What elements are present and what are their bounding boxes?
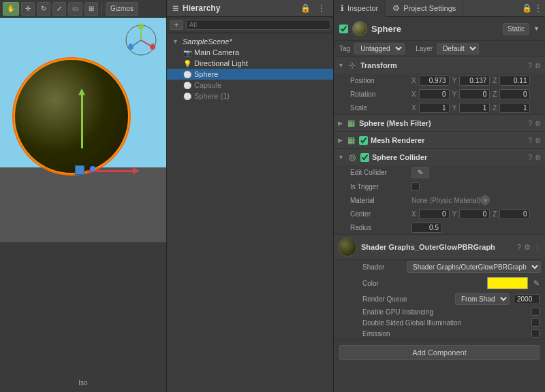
object-header: Sphere Static ▼	[334, 17, 545, 41]
inspector-more-btn[interactable]: ⋮	[534, 3, 542, 13]
collider-material-row: Material None (Physic Material) ⊙	[334, 193, 545, 207]
shader-help-btn[interactable]: ?	[517, 243, 521, 252]
shader-header[interactable]: Shader Graphs_OuterGlowPBRGraph ? ⚙ ⋮	[334, 235, 545, 260]
shader-actions: ? ⚙ ⋮	[517, 243, 541, 252]
rot-x-input[interactable]	[419, 89, 450, 99]
transform-header[interactable]: ▼ ⊹ Transform ? ⚙	[334, 57, 545, 74]
scene-sphere-object[interactable]	[14, 59, 129, 174]
tag-layer-row: Tag Untagged Layer Default	[334, 41, 545, 57]
rect-tool-btn[interactable]: ▭	[68, 2, 82, 16]
inspector-content: Sphere Static ▼ Tag Untagged Layer Defau…	[334, 17, 545, 392]
mesh-renderer-icon: ▦	[345, 135, 356, 146]
shader-dropdown[interactable]: Shader Graphs/OuterGlowPBRGraph	[407, 261, 541, 273]
gpu-instancing-checkbox[interactable]	[531, 308, 540, 316]
pos-z-input[interactable]	[499, 76, 530, 86]
is-trigger-checkbox[interactable]	[411, 182, 420, 191]
mesh-filter-component: ▶ ▦ Sphere (Mesh Filter) ? ⚙	[334, 115, 545, 132]
hierarchy-item-main-camera[interactable]: 📷 Main Camera	[167, 47, 333, 58]
move-tool-btn[interactable]: ✛	[21, 2, 35, 16]
rotation-values: X Y Z	[411, 89, 540, 99]
hand-tool-btn[interactable]: ✋	[3, 2, 19, 16]
layer-select[interactable]: Default	[437, 43, 479, 54]
inspector-lock-btn[interactable]: 🔒	[522, 3, 532, 13]
position-values: X Y Z	[411, 76, 540, 86]
mesh-renderer-header[interactable]: ▶ ▦ Mesh Renderer ? ⚙	[334, 132, 545, 148]
shader-more-btn[interactable]: ⋮	[533, 243, 541, 252]
hierarchy-search-input[interactable]	[186, 20, 330, 30]
svg-text:Z: Z	[129, 42, 132, 47]
center-x-input[interactable]	[419, 209, 450, 219]
rot-y-input[interactable]	[459, 89, 490, 99]
shader-sphere-icon	[338, 238, 357, 257]
center-z-input[interactable]	[499, 209, 530, 219]
rot-z-label: Z	[493, 91, 497, 98]
object-enable-checkbox[interactable]	[339, 24, 348, 33]
center-y-input[interactable]	[459, 209, 490, 219]
center-x-label: X	[411, 210, 416, 218]
rotate-tool-btn[interactable]: ↻	[37, 2, 50, 16]
transform-tool-btn[interactable]: ⊞	[84, 2, 98, 16]
color-edit-btn[interactable]: ✎	[533, 279, 540, 288]
scale-x-input[interactable]	[419, 103, 450, 113]
sphere-collider-header[interactable]: ▼ ◎ Sphere Collider ? ⚙	[334, 149, 545, 165]
scale-x-label: X	[411, 104, 416, 112]
pos-x-input[interactable]	[419, 76, 450, 86]
render-queue-value-input[interactable]	[514, 294, 540, 304]
shader-label: Shader	[362, 263, 407, 271]
center-y-label: Y	[452, 210, 457, 218]
hierarchy-item-directional-light[interactable]: 💡 Directional Light	[167, 58, 333, 69]
hierarchy-item-label: Directional Light	[194, 59, 248, 67]
mesh-renderer-enable-checkbox[interactable]	[359, 136, 368, 145]
collider-radius-input[interactable]	[411, 223, 442, 233]
hierarchy-item-sphere[interactable]: ⚪ Sphere	[167, 69, 333, 80]
shader-settings-btn[interactable]: ⚙	[524, 243, 531, 252]
inspector-tab-label: Inspector	[347, 4, 378, 12]
double-sided-checkbox[interactable]	[531, 318, 540, 327]
color-swatch[interactable]	[487, 277, 528, 289]
mesh-filter-help-btn[interactable]: ?	[528, 120, 532, 127]
sphere-collider-title: Sphere Collider	[372, 153, 526, 161]
hierarchy-item-sphere-1[interactable]: ⚪ Sphere (1)	[167, 91, 333, 101]
transform-dot-handle[interactable]	[90, 166, 95, 172]
add-component-btn[interactable]: Add Component	[339, 345, 540, 360]
hierarchy-add-btn[interactable]: +	[170, 20, 183, 30]
rot-z-input[interactable]	[499, 89, 530, 99]
static-button[interactable]: Static	[503, 23, 529, 35]
hierarchy-more-btn[interactable]: ⋮	[315, 3, 328, 13]
scene-toolbar: ✋ ✛ ↻ ⤢ ▭ ⊞ Gizmos	[0, 0, 166, 18]
svg-text:X: X	[151, 42, 155, 47]
transform-cube-handle[interactable]	[75, 165, 84, 175]
hierarchy-scene-item[interactable]: ▼ SampleScene*	[167, 36, 333, 47]
scene-view[interactable]: Y X Z Iso	[0, 18, 166, 392]
gizmos-btn[interactable]: Gizmos	[106, 2, 138, 16]
tag-label: Tag	[339, 45, 350, 52]
scale-z-input[interactable]	[499, 103, 530, 113]
emission-checkbox[interactable]	[531, 329, 540, 338]
mesh-filter-settings-btn[interactable]: ⚙	[535, 120, 541, 127]
sphere-collider-help-btn[interactable]: ?	[528, 154, 532, 161]
transform-settings-btn[interactable]: ⚙	[535, 62, 541, 69]
scale-tool-btn[interactable]: ⤢	[52, 2, 66, 16]
mesh-filter-header[interactable]: ▶ ▦ Sphere (Mesh Filter) ? ⚙	[334, 115, 545, 131]
right-panel: ℹ Inspector ⚙ Project Settings 🔒 ⋮ Spher…	[334, 0, 545, 392]
scale-y-input[interactable]	[459, 103, 490, 113]
mesh-renderer-help-btn[interactable]: ?	[528, 137, 532, 144]
tab-project-settings[interactable]: ⚙ Project Settings	[386, 0, 463, 16]
tab-inspector[interactable]: ℹ Inspector	[334, 0, 386, 17]
hierarchy-lock-btn[interactable]: 🔒	[298, 3, 313, 13]
sphere-collider-enable-checkbox[interactable]	[360, 153, 369, 162]
center-z-label: Z	[493, 210, 497, 218]
tag-select[interactable]: Untagged	[354, 43, 405, 54]
transform-help-btn[interactable]: ?	[528, 62, 532, 69]
pos-y-input[interactable]	[459, 76, 490, 86]
shader-title: Shader Graphs_OuterGlowPBRGraph	[361, 243, 513, 251]
render-queue-dropdown[interactable]: From Shader	[455, 293, 510, 305]
collider-material-pick-btn[interactable]: ⊙	[480, 195, 490, 205]
mesh-renderer-settings-btn[interactable]: ⚙	[535, 137, 541, 144]
hierarchy-item-capsule[interactable]: ⚪ Capsule	[167, 80, 333, 91]
edit-collider-btn[interactable]: ✎	[411, 167, 429, 178]
rot-x-label: X	[411, 91, 416, 98]
sphere-collider-settings-btn[interactable]: ⚙	[535, 154, 541, 161]
static-arrow-icon[interactable]: ▼	[533, 25, 540, 32]
hierarchy-content: ▼ SampleScene* 📷 Main Camera 💡 Direction…	[167, 33, 333, 392]
